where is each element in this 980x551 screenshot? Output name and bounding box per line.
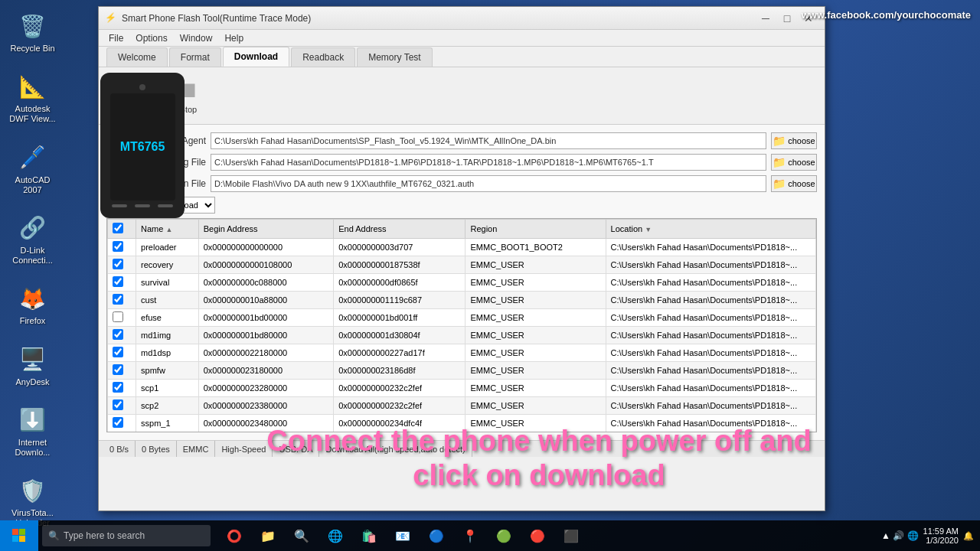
watermark: www.facebook.com/yourchocomate bbox=[802, 9, 971, 21]
row-begin-11: 0x0000000023580000 bbox=[198, 432, 334, 433]
content-area: Download-Agent 📁 choose Scatter-loading … bbox=[99, 125, 825, 440]
dlink-label: D-Link Connecti... bbox=[7, 246, 58, 266]
tab-download[interactable]: Download bbox=[223, 47, 289, 67]
table-row: scp1 0x0000000023280000 0x000000000232c2… bbox=[108, 380, 816, 397]
row-location-11: C:\Users\kh Fahad Hasan\Documents\PD1818… bbox=[606, 432, 815, 433]
row-end-3: 0x000000001119c687 bbox=[334, 292, 466, 309]
taskbar-mail[interactable]: 📧 bbox=[389, 520, 416, 551]
row-location-2: C:\Users\kh Fahad Hasan\Documents\PD1818… bbox=[606, 274, 815, 292]
row-checkbox-6[interactable] bbox=[113, 347, 123, 357]
row-name-6: md1dsp bbox=[136, 344, 199, 362]
row-location-6: C:\Users\kh Fahad Hasan\Documents\PD1818… bbox=[606, 344, 815, 362]
taskbar-maps[interactable]: 📍 bbox=[456, 520, 484, 551]
phone-screen: MT6765 bbox=[110, 93, 175, 201]
download-agent-choose-button[interactable]: 📁 choose bbox=[771, 132, 817, 149]
select-all-checkbox[interactable] bbox=[113, 223, 123, 233]
row-location-0: C:\Users\kh Fahad Hasan\Documents\PD1818… bbox=[606, 239, 815, 256]
row-checkbox-8[interactable] bbox=[113, 382, 123, 393]
menu-options[interactable]: Options bbox=[129, 31, 173, 45]
menu-file[interactable]: File bbox=[103, 31, 129, 45]
row-end-4: 0x000000001bd001ff bbox=[334, 309, 466, 327]
autocad-icon[interactable]: 🖊️ AutoCAD 2007 bbox=[4, 139, 61, 198]
row-region-8: EMMC_USER bbox=[466, 380, 606, 397]
auth-input[interactable] bbox=[211, 175, 766, 192]
col-location[interactable]: Location ▼ bbox=[606, 220, 815, 239]
row-end-1: 0x000000000187538f bbox=[334, 256, 466, 274]
row-name-5: md1img bbox=[136, 327, 199, 344]
table-row: preloader 0x000000000000000 0x0000000003… bbox=[108, 239, 816, 256]
row-check-cell bbox=[108, 415, 136, 432]
phone-buttons bbox=[112, 204, 173, 207]
start-button[interactable] bbox=[0, 520, 38, 551]
row-checkbox-3[interactable] bbox=[113, 294, 123, 305]
menu-help[interactable]: Help bbox=[218, 31, 250, 45]
col-region[interactable]: Region bbox=[466, 220, 606, 239]
maximize-button[interactable]: □ bbox=[777, 11, 797, 26]
row-name-0: preloader bbox=[136, 239, 199, 256]
taskbar-unknown2[interactable]: 🔴 bbox=[524, 520, 551, 551]
anydesk-label: AnyDesk bbox=[15, 377, 49, 387]
col-name[interactable]: Name ▲ bbox=[136, 220, 199, 239]
col-begin[interactable]: Begin Address bbox=[198, 220, 334, 239]
row-checkbox-1[interactable] bbox=[113, 259, 123, 269]
auth-choose-button[interactable]: 📁 choose bbox=[771, 175, 817, 192]
tab-format[interactable]: Format bbox=[169, 47, 221, 67]
anydesk-icon[interactable]: 🖥️ AnyDesk bbox=[4, 341, 61, 390]
taskbar-cortana[interactable]: ⭕ bbox=[220, 520, 248, 551]
menu-window[interactable]: Window bbox=[174, 31, 219, 45]
minimize-button[interactable]: ─ bbox=[756, 11, 776, 26]
row-begin-8: 0x0000000023280000 bbox=[198, 380, 334, 397]
taskbar-file-explorer[interactable]: 📁 bbox=[254, 520, 282, 551]
svg-rect-1 bbox=[19, 529, 25, 535]
taskbar-edge[interactable]: 🌐 bbox=[322, 520, 349, 551]
row-region-3: EMMC_USER bbox=[466, 292, 606, 309]
scatter-choose-button[interactable]: 📁 choose bbox=[771, 154, 817, 171]
row-checkbox-4[interactable] bbox=[113, 311, 123, 322]
internet-download-icon[interactable]: ⬇️ Internet Downlo... bbox=[4, 402, 61, 461]
row-checkbox-5[interactable] bbox=[113, 329, 123, 340]
row-begin-2: 0x000000000c088000 bbox=[198, 274, 334, 292]
download-agent-input[interactable] bbox=[211, 132, 766, 149]
firefox-icon[interactable]: 🦊 Firefox bbox=[4, 280, 61, 329]
taskbar-chrome[interactable]: 🔵 bbox=[423, 520, 450, 551]
table-row: efuse 0x000000001bd00000 0x000000001bd00… bbox=[108, 309, 816, 327]
row-region-4: EMMC_USER bbox=[466, 309, 606, 327]
taskbar-store[interactable]: 🛍️ bbox=[355, 520, 383, 551]
row-end-11: 0x000000000235dfc4f bbox=[334, 432, 466, 433]
table-header-row: Name ▲ Begin Address End Address Region … bbox=[108, 220, 816, 239]
tab-memory-test[interactable]: Memory Test bbox=[357, 47, 432, 67]
row-checkbox-2[interactable] bbox=[113, 276, 123, 287]
partition-table: Name ▲ Begin Address End Address Region … bbox=[107, 219, 816, 432]
row-name-7: spmfw bbox=[136, 362, 199, 380]
taskbar-time-display: 11:59 AM bbox=[923, 527, 959, 536]
taskbar-search-btn[interactable]: 🔍 bbox=[288, 520, 315, 551]
row-check-cell bbox=[108, 432, 136, 433]
row-checkbox-7[interactable] bbox=[113, 364, 123, 375]
row-name-11: tee1 bbox=[136, 432, 199, 433]
dlink-icon[interactable]: 🔗 D-Link Connecti... bbox=[4, 210, 61, 269]
taskbar-search[interactable]: 🔍 Type here to search bbox=[42, 525, 211, 546]
recycle-bin-icon[interactable]: 🗑️ Recycle Bin bbox=[4, 8, 61, 57]
row-checkbox-10[interactable] bbox=[113, 417, 123, 428]
row-checkbox-9[interactable] bbox=[113, 399, 123, 410]
menu-bar: File Options Window Help bbox=[99, 30, 825, 47]
phone-camera bbox=[139, 84, 145, 90]
row-location-8: C:\Users\kh Fahad Hasan\Documents\PD1818… bbox=[606, 380, 815, 397]
row-end-8: 0x000000000232c2fef bbox=[334, 380, 466, 397]
row-end-10: 0x000000000234dfc4f bbox=[334, 415, 466, 432]
autocad-label: AutoCAD 2007 bbox=[7, 175, 58, 195]
row-checkbox-0[interactable] bbox=[113, 241, 123, 252]
taskbar-notification[interactable]: 🔔 bbox=[963, 531, 974, 541]
partition-table-body: preloader 0x000000000000000 0x0000000003… bbox=[108, 239, 816, 433]
tab-readback[interactable]: Readback bbox=[291, 47, 355, 67]
tab-welcome[interactable]: Welcome bbox=[106, 47, 168, 67]
scatter-input[interactable] bbox=[211, 154, 766, 171]
desktop: www.facebook.com/yourchocomate 🗑️ Recycl… bbox=[0, 0, 980, 551]
toolbar: ⬇ Download ⏹ Stop bbox=[99, 67, 825, 125]
row-begin-1: 0x00000000000108000 bbox=[198, 256, 334, 274]
row-location-7: C:\Users\kh Fahad Hasan\Documents\PD1818… bbox=[606, 362, 815, 380]
taskbar-unknown3[interactable]: ⬛ bbox=[557, 520, 585, 551]
col-end[interactable]: End Address bbox=[334, 220, 466, 239]
autodesk-icon[interactable]: 📐 Autodesk DWF View... bbox=[4, 68, 61, 127]
taskbar-unknown1[interactable]: 🟢 bbox=[490, 520, 518, 551]
